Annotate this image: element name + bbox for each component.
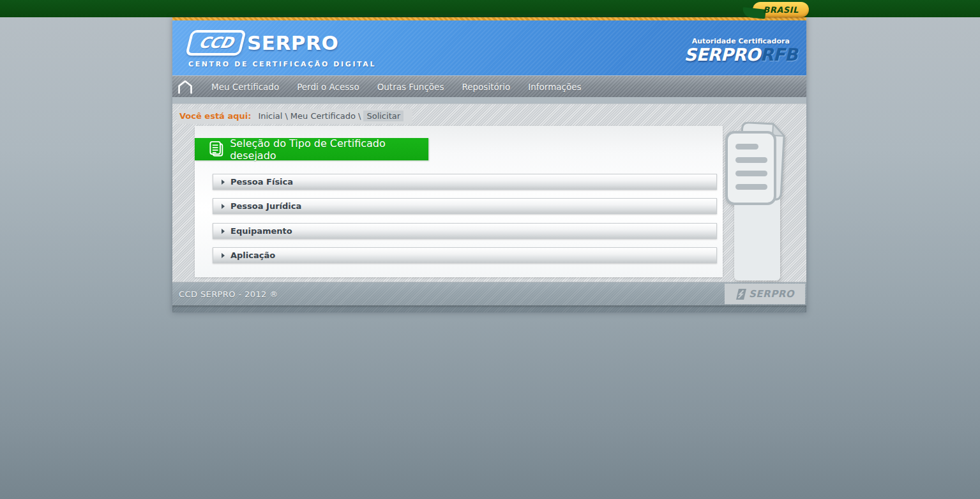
serpro-logo-icon (735, 288, 747, 300)
footer: CCD SERPRO - 2012 ® SERPRO (172, 282, 806, 305)
authority-brand: SERPRO (684, 45, 760, 65)
home-button[interactable] (177, 79, 193, 95)
chevron-right-icon (222, 253, 225, 258)
serpro-logo-text: SERPRO (749, 288, 794, 300)
brasil-badge-label: BRASIL (763, 5, 798, 15)
home-icon (177, 79, 193, 95)
breadcrumb-item-solicitar[interactable]: Solicitar (363, 111, 403, 121)
certificate-selection-panel: Seleção do Tipo de Certificado desejado … (195, 126, 723, 277)
accordion-pessoa-juridica[interactable]: Pessoa Jurídica (213, 198, 717, 214)
accordion-label: Pessoa Jurídica (230, 201, 301, 211)
footer-serpro-logo: SERPRO (725, 284, 805, 304)
chevron-right-icon (222, 229, 225, 234)
page-container: CCD SERPRO CENTRO DE CERTIFICAÇÃO DIGITA… (172, 17, 806, 312)
breadcrumb-item-inicial[interactable]: Inicial (258, 111, 282, 121)
nav-item-informacoes[interactable]: Informações (519, 77, 590, 96)
accordion-label: Equipamento (230, 226, 292, 236)
main-nav: Meu Certificado Perdi o Acesso Outras Fu… (172, 75, 806, 97)
ccd-logo-mark: CCD (185, 30, 246, 56)
authority-suffix: RFB (760, 45, 797, 65)
ccd-mark-text: CCD (197, 34, 234, 52)
content-wrapper: Você está aqui: Inicial \ Meu Certificad… (172, 104, 806, 282)
brand-header: CCD SERPRO CENTRO DE CERTIFICAÇÃO DIGITA… (172, 20, 806, 75)
footer-copyright: CCD SERPRO - 2012 ® (179, 289, 278, 299)
breadcrumb-separator: \ (358, 111, 361, 121)
breadcrumb: Você está aqui: Inicial \ Meu Certificad… (177, 109, 412, 124)
accordion-label: Aplicação (230, 250, 275, 260)
breadcrumb-item-meu-certificado[interactable]: Meu Certificado (290, 111, 356, 121)
serpro-rfb-logo: Autoridade Certificadora SERPRORFB (684, 37, 797, 63)
accordion-equipamento[interactable]: Equipamento (213, 223, 717, 239)
brand-subtitle: CENTRO DE CERTIFICAÇÃO DIGITAL (188, 60, 376, 68)
nav-item-meu-certificado[interactable]: Meu Certificado (202, 77, 288, 96)
chevron-right-icon (222, 204, 225, 209)
accordion-pessoa-fisica[interactable]: Pessoa Física (213, 174, 717, 190)
ccd-serpro-logo: CCD SERPRO CENTRO DE CERTIFICAÇÃO DIGITA… (188, 30, 376, 68)
nav-item-perdi-o-acesso[interactable]: Perdi o Acesso (288, 77, 368, 96)
footer-shadow-band (172, 305, 806, 312)
brand-name: SERPRO (247, 31, 338, 54)
accordion-label: Pessoa Física (230, 177, 293, 187)
section-title-bar: Seleção do Tipo de Certificado desejado (195, 138, 428, 160)
nav-item-outras-funcoes[interactable]: Outras Funções (368, 77, 453, 96)
section-title: Seleção do Tipo de Certificado desejado (230, 137, 428, 162)
document-icon (209, 141, 224, 158)
breadcrumb-separator: \ (285, 111, 287, 121)
chevron-right-icon (222, 180, 225, 185)
government-top-bar: BRASIL (0, 0, 980, 17)
documents-watermark-icon (721, 122, 792, 280)
nav-content-gap (172, 97, 806, 104)
accordion-aplicacao[interactable]: Aplicação (213, 247, 717, 263)
breadcrumb-label: Você está aqui: (179, 111, 251, 121)
nav-item-repositorio[interactable]: Repositório (453, 77, 519, 96)
brasil-gov-badge[interactable]: BRASIL (753, 2, 809, 17)
